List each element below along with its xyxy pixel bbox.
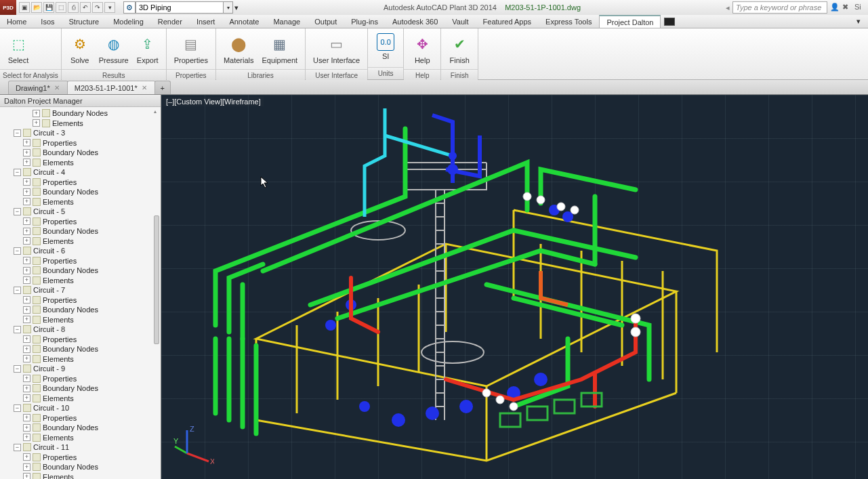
tree-node[interactable]: +Elements	[0, 197, 161, 207]
materials-button[interactable]: ⬤Materials	[220, 31, 257, 66]
qat-print-icon[interactable]: ⎙	[68, 2, 79, 13]
tree-node[interactable]: +Boundary Nodes	[0, 226, 161, 236]
ribbon-extra-icon[interactable]	[661, 15, 678, 28]
collapse-icon[interactable]: −	[14, 169, 21, 176]
tree-node[interactable]: +Properties	[0, 453, 161, 463]
tree-circuit[interactable]: −Circuit - 6	[0, 246, 161, 256]
scrollbar-thumb[interactable]	[154, 215, 159, 344]
ribbon-collapse-icon[interactable]: ▾	[850, 15, 868, 28]
tab-express-tools[interactable]: Express Tools	[539, 15, 599, 28]
expand-icon[interactable]: +	[23, 198, 30, 205]
expand-icon[interactable]: +	[23, 188, 30, 196]
expand-icon[interactable]: +	[23, 228, 30, 235]
tab-output[interactable]: Output	[308, 15, 344, 28]
tab-insert[interactable]: Insert	[190, 15, 223, 28]
tree-node[interactable]: +Boundary Nodes	[0, 383, 161, 394]
signin-icon[interactable]: Si	[854, 3, 864, 12]
expand-icon[interactable]: +	[23, 306, 30, 314]
expand-icon[interactable]: +	[23, 139, 30, 146]
expand-icon[interactable]: +	[23, 257, 30, 264]
expand-icon[interactable]: +	[23, 434, 30, 441]
tab-featured-apps[interactable]: Featured Apps	[476, 15, 539, 28]
tree-node[interactable]: +Elements	[0, 394, 161, 404]
tab-autodesk-360[interactable]: Autodesk 360	[386, 15, 445, 28]
expand-icon[interactable]: +	[23, 316, 30, 323]
close-icon[interactable]: ✕	[142, 84, 147, 91]
tree-node[interactable]: +Boundary Nodes	[0, 462, 161, 472]
tree-node[interactable]: +Properties	[0, 374, 161, 384]
tab-home[interactable]: Home	[0, 15, 34, 28]
expand-icon[interactable]: +	[23, 424, 30, 432]
tree-node[interactable]: +Boundary Nodes	[0, 423, 161, 433]
tree-circuit[interactable]: −Circuit - 9	[0, 364, 161, 374]
collapse-icon[interactable]: −	[14, 247, 21, 255]
tree-node[interactable]: +Elements	[0, 354, 161, 365]
select-button[interactable]: ⬚Select	[4, 31, 33, 66]
qat-undo-icon[interactable]: ↶	[80, 2, 91, 13]
qat-saveall-icon[interactable]: ⬚	[56, 2, 66, 13]
expand-icon[interactable]: +	[23, 217, 30, 225]
chevron-down-icon[interactable]: ▾	[224, 1, 233, 14]
doc-tab[interactable]: Drawing1*✕	[8, 81, 68, 94]
tree-node[interactable]: +Properties	[0, 178, 161, 188]
tree-node[interactable]: +Boundary Nodes	[0, 108, 161, 119]
expand-icon[interactable]: +	[23, 178, 30, 186]
tree-node[interactable]: +Elements	[0, 472, 161, 480]
close-icon[interactable]: ✕	[54, 84, 60, 91]
tree-circuit[interactable]: −Circuit - 10	[0, 403, 161, 413]
expand-icon[interactable]: +	[33, 110, 40, 117]
tree-node[interactable]: +Elements	[0, 119, 161, 129]
tab-vault[interactable]: Vault	[445, 15, 476, 28]
expand-icon[interactable]: +	[23, 149, 30, 157]
tree-node[interactable]: +Properties	[0, 256, 161, 266]
qat-redo-icon[interactable]: ↷	[92, 2, 103, 13]
tree-node[interactable]: +Elements	[0, 276, 161, 286]
search-input[interactable]: Type a keyword or phrase	[732, 1, 827, 14]
collapse-icon[interactable]: −	[14, 326, 21, 333]
help-button[interactable]: ✥Help	[408, 31, 436, 66]
export-button[interactable]: ⇪Export	[133, 31, 162, 66]
tree-node[interactable]: +Boundary Nodes	[0, 344, 161, 354]
expand-icon[interactable]: +	[23, 296, 30, 304]
tree-node[interactable]: +Properties	[0, 138, 161, 148]
search-prev-icon[interactable]: ◂	[726, 3, 730, 12]
collapse-icon[interactable]: −	[14, 444, 21, 451]
tab-plug-ins[interactable]: Plug-ins	[344, 15, 386, 28]
expand-icon[interactable]: +	[23, 237, 30, 245]
expand-icon[interactable]: +	[23, 335, 30, 343]
tree-node[interactable]: +Properties	[0, 217, 161, 227]
exchange-icon[interactable]: ✖	[842, 3, 852, 12]
expand-icon[interactable]: +	[23, 267, 30, 274]
expand-icon[interactable]: +	[23, 414, 30, 421]
tab-project-dalton[interactable]: Project Dalton	[599, 15, 661, 28]
tab-annotate[interactable]: Annotate	[222, 15, 266, 28]
expand-icon[interactable]: +	[23, 355, 30, 362]
expand-icon[interactable]: +	[23, 159, 30, 166]
tab-isos[interactable]: Isos	[34, 15, 62, 28]
user-icon[interactable]: 👤	[830, 3, 840, 12]
tab-manage[interactable]: Manage	[266, 15, 308, 28]
finish-button[interactable]: ✔Finish	[445, 31, 474, 66]
collapse-icon[interactable]: −	[14, 404, 21, 412]
viewport-controls[interactable]: [–][Custom View][Wireframe]	[163, 97, 264, 106]
collapse-icon[interactable]: −	[14, 208, 21, 215]
tree-node[interactable]: +Properties	[0, 295, 161, 306]
project-tree[interactable]: ▴ +Boundary Nodes+Elements−Circuit - 3+P…	[0, 107, 161, 479]
collapse-icon[interactable]: −	[14, 129, 21, 137]
collapse-icon[interactable]: −	[14, 365, 21, 373]
qat-save-icon[interactable]: 💾	[43, 2, 54, 13]
tree-scrollbar[interactable]	[154, 107, 161, 479]
pressure-button[interactable]: ◍Pressure	[96, 31, 132, 66]
expand-icon[interactable]: +	[23, 463, 30, 471]
doc-tab[interactable]: M203-51-1P-1001*✕	[67, 81, 156, 94]
qat-new-icon[interactable]: ▣	[19, 2, 30, 13]
tree-node[interactable]: +Elements	[0, 236, 161, 247]
tree-node[interactable]: +Properties	[0, 335, 161, 345]
equipment-button[interactable]: ▦Equipment	[259, 31, 302, 66]
qat-open-icon[interactable]: 📂	[31, 2, 42, 13]
tab-modeling[interactable]: Modeling	[106, 15, 151, 28]
expand-icon[interactable]: +	[33, 119, 40, 127]
qat-overflow-icon[interactable]: ▾	[104, 2, 115, 13]
properties-button[interactable]: ▤Properties	[171, 31, 211, 66]
expand-icon[interactable]: +	[23, 385, 30, 392]
